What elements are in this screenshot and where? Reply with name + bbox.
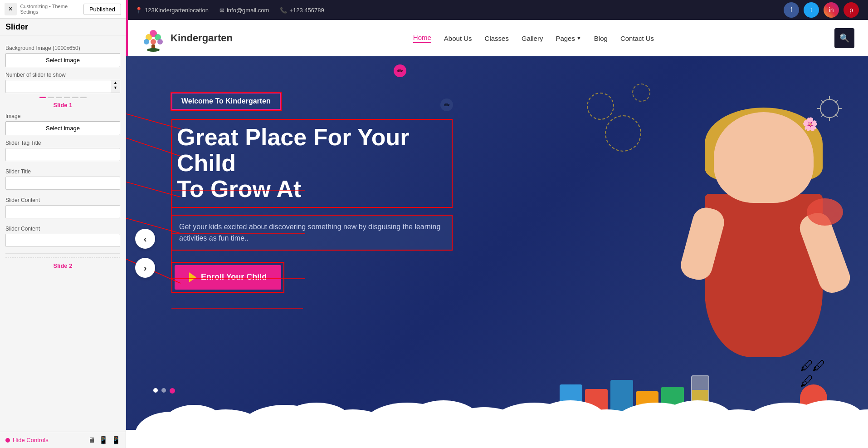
slide-dot-3[interactable] bbox=[56, 97, 62, 98]
email-item: ✉ info@gmail.com bbox=[219, 7, 269, 14]
pencil-icon-2: ✏ bbox=[444, 101, 450, 109]
slider-title-box: Great Place For Your Child To Grow At bbox=[171, 119, 453, 208]
slider-count-wrap: 3 ▲ ▼ bbox=[5, 80, 120, 93]
logo-text: Kindergarten bbox=[171, 32, 233, 44]
enroll-button[interactable]: Enroll Your Child bbox=[175, 265, 281, 290]
slider-content-label: Slider Content bbox=[5, 197, 120, 203]
bottom-bar: Hide Controls 🖥 📱 📱 bbox=[0, 432, 126, 448]
slide-dots bbox=[5, 97, 120, 98]
hero-content: Welcome To Kindergarten Great Place For … bbox=[171, 93, 453, 293]
hair-flower: 🌸 bbox=[802, 117, 818, 132]
pencil-icon: ✏ bbox=[397, 67, 403, 75]
facebook-button[interactable]: f bbox=[784, 2, 799, 18]
hide-controls-label: Hide Controls bbox=[13, 437, 49, 443]
logo-area: Kindergarten bbox=[140, 25, 233, 52]
slide-dot-2[interactable] bbox=[48, 97, 54, 98]
nav-pages[interactable]: Pages ▼ bbox=[556, 34, 581, 42]
slider-content2-input[interactable]: Enroll Your Child bbox=[5, 234, 120, 247]
slider-title-label: Slider Title bbox=[5, 168, 120, 175]
pencils-icon: 🖊🖊🖊 bbox=[800, 358, 827, 389]
slide-dot-5[interactable] bbox=[72, 97, 78, 98]
slider-next-arrow[interactable]: › bbox=[135, 258, 155, 278]
svg-point-4 bbox=[151, 39, 156, 44]
slider-count-label: Number of slider to show bbox=[5, 72, 120, 78]
slide-dot-4[interactable] bbox=[64, 97, 70, 98]
search-button[interactable]: 🔍 bbox=[834, 28, 854, 48]
slide-dot-1[interactable] bbox=[39, 97, 46, 98]
panel-title: Slider bbox=[0, 19, 126, 36]
search-icon: 🔍 bbox=[839, 33, 849, 43]
close-button[interactable]: × bbox=[5, 3, 17, 15]
indicator-dot-1[interactable] bbox=[153, 388, 158, 393]
breadcrumb: Customizing • Theme Settings bbox=[20, 4, 83, 15]
nav-classes[interactable]: Classes bbox=[485, 34, 509, 42]
logo-icon bbox=[140, 25, 167, 52]
slider-tag-text: Welcome To Kindergarten bbox=[181, 97, 271, 105]
nav-about[interactable]: About Us bbox=[444, 34, 472, 42]
instagram-button[interactable]: in bbox=[824, 2, 839, 18]
published-button[interactable]: Published bbox=[83, 4, 121, 15]
mobile-icon[interactable]: 📱 bbox=[112, 436, 121, 444]
slide1-label: Slide 1 bbox=[5, 102, 120, 108]
child-face bbox=[714, 112, 814, 203]
divider bbox=[5, 253, 120, 254]
nav-gallery[interactable]: Gallery bbox=[522, 34, 543, 42]
panel-body: Background Image (1000x650) Select image… bbox=[0, 36, 126, 276]
top-bar: 📍 123Kindergartenlocation ✉ info@gmail.c… bbox=[126, 0, 868, 20]
location-item: 📍 123Kindergartenlocation bbox=[135, 7, 209, 14]
paint-hand bbox=[807, 198, 843, 226]
slider-content-input[interactable]: Get your kids excited about discovering … bbox=[5, 205, 120, 218]
indicator-dot-pink[interactable] bbox=[170, 388, 175, 394]
indicator-dot-2[interactable] bbox=[161, 388, 166, 393]
slider-tag-label: Slider Tag Title bbox=[5, 140, 120, 146]
panel-header: × Customizing • Theme Settings Published bbox=[0, 0, 126, 19]
slider-indicator bbox=[153, 388, 175, 394]
slider-content-text: Get your kids excited about discovering … bbox=[179, 221, 445, 244]
slider-tag-input[interactable]: Welcome To Kindergarten bbox=[5, 148, 120, 161]
slider-prev-arrow[interactable]: ‹ bbox=[135, 229, 155, 249]
chevron-down-icon: ▼ bbox=[576, 35, 581, 41]
twitter-button[interactable]: t bbox=[804, 2, 819, 18]
pink-dot-icon bbox=[5, 438, 10, 443]
hero-section: ✏ ✏ Welcome To Kindergarten Great Place … bbox=[126, 56, 868, 448]
enroll-btn-label: Enroll Your Child bbox=[201, 272, 267, 282]
slider-tag-box: Welcome To Kindergarten bbox=[171, 93, 281, 110]
image-label: Image bbox=[5, 113, 120, 119]
slider-content2-label: Slider Content bbox=[5, 226, 120, 232]
slider-title-line2: To Grow At bbox=[177, 176, 301, 202]
spin-up-button[interactable]: ▲ bbox=[111, 80, 120, 85]
email-text: info@gmail.com bbox=[227, 7, 269, 14]
slider-count-input[interactable]: 3 bbox=[5, 80, 111, 93]
phone-text: +123 456789 bbox=[289, 7, 324, 14]
phone-icon: 📞 bbox=[280, 7, 287, 14]
svg-point-5 bbox=[157, 39, 163, 44]
edit-pencil-top[interactable]: ✏ bbox=[394, 64, 406, 77]
arrow-left-icon: ‹ bbox=[144, 234, 147, 244]
location-icon: 📍 bbox=[135, 7, 142, 14]
edit-pencil-nav[interactable]: ✏ bbox=[440, 98, 453, 111]
nav-blog[interactable]: Blog bbox=[594, 34, 608, 42]
svg-rect-40 bbox=[126, 430, 868, 448]
svg-point-3 bbox=[144, 39, 149, 44]
slider-content-box: Get your kids excited about discovering … bbox=[171, 215, 453, 251]
desktop-icon[interactable]: 🖥 bbox=[88, 436, 95, 444]
hide-controls-button[interactable]: Hide Controls bbox=[5, 437, 49, 443]
spin-down-button[interactable]: ▼ bbox=[111, 85, 120, 90]
slide2-label: Slide 2 bbox=[5, 257, 120, 269]
bg-image-label: Background Image (1000x650) bbox=[5, 45, 120, 51]
settings-panel: × Customizing • Theme Settings Published… bbox=[0, 0, 126, 448]
nav-contact[interactable]: Contact Us bbox=[620, 34, 654, 42]
pinterest-button[interactable]: p bbox=[844, 2, 859, 18]
slider-title-input[interactable]: Great Place For Your Child To Grow At bbox=[5, 177, 120, 190]
number-spin: ▲ ▼ bbox=[111, 80, 120, 93]
location-text: 123Kindergartenlocation bbox=[145, 7, 209, 14]
tablet-icon[interactable]: 📱 bbox=[99, 436, 108, 444]
bg-image-select-button[interactable]: Select image bbox=[5, 53, 120, 67]
slider-title: Great Place For Your Child To Grow At bbox=[177, 124, 447, 202]
main-content: 📍 123Kindergartenlocation ✉ info@gmail.c… bbox=[126, 0, 868, 448]
nav-pages-label: Pages bbox=[556, 34, 575, 42]
nav-home[interactable]: Home bbox=[413, 34, 431, 43]
slide-dot-6[interactable] bbox=[80, 97, 87, 98]
image-select-button[interactable]: Select image bbox=[5, 121, 120, 135]
cloud-svg bbox=[126, 398, 868, 448]
